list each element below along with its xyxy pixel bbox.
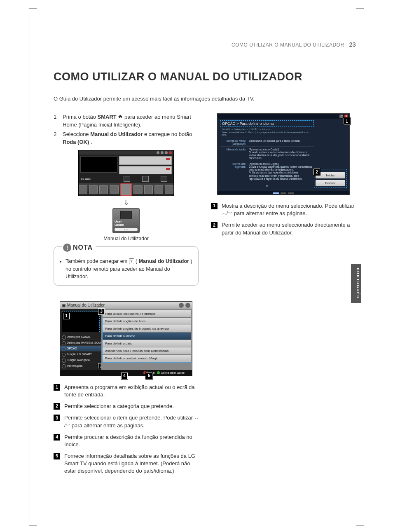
row-label: Idioma do Menu (Language) <box>220 138 247 147</box>
user-guide-tile: User Guide LG <box>112 208 140 233</box>
manual-gui-screenshot: ▣ Manual do Utilizador 1 Definições CANA… <box>60 301 192 376</box>
option-gui-screenshot: ↶ ✕ OPÇÃO > Para definir o idioma 1 SMAR… <box>217 113 350 195</box>
callout-item: 1 Apresenta o programa em exibição actua… <box>54 384 199 398</box>
note-item: Também pode carregar em ? ( Manual do Ut… <box>66 258 193 280</box>
note-box: ! NOTA Também pode carregar em ? ( Manua… <box>54 246 199 285</box>
step-number: 1 <box>54 113 63 129</box>
content-item: Para definir opções de hora <box>103 318 191 325</box>
user-guide-app-icon <box>120 183 132 196</box>
callout-item: 2 Permite aceder ao menu seleccionado di… <box>211 221 356 236</box>
sidebar-item: Definições IMAGEM, SOM <box>60 340 101 345</box>
callout-item: 5 Fornece informação detalhada sobre as … <box>54 452 199 475</box>
callout-text: Permite seleccionar o item que pretende.… <box>64 414 199 429</box>
right-callout-list: 1 Mostra a descrição do menu seleccionad… <box>211 202 356 237</box>
row-value: Selecciona um idioma para o texto do ecr… <box>247 138 314 147</box>
smart-label: SMART <box>98 114 117 120</box>
callout-text: Permite seleccionar a categoria que pret… <box>64 403 174 410</box>
two-column-layout: 1 Prima o botão SMART para aceder ao men… <box>54 113 356 479</box>
numbered-steps: 1 Prima o botão SMART para aceder ao men… <box>54 113 199 146</box>
crop-mark <box>356 8 364 16</box>
row-value: [Apenas no modo Digital] Quando estiver … <box>247 147 314 161</box>
lg-brand: LG <box>115 228 138 231</box>
tile-caption: Manual do Utilizador <box>54 236 199 241</box>
home-icon <box>118 114 123 119</box>
row-label: Idioma de áudio <box>220 147 247 161</box>
step-2: 2 Seleccione Manual do Utilizador e carr… <box>54 131 199 146</box>
callout-text: Fornece informação detalhada sobre as fu… <box>64 452 199 475</box>
callout-marker-2: 2 <box>313 169 320 175</box>
callout-number: 5 <box>54 453 60 459</box>
sidebar-item: Função Avançada <box>60 357 101 363</box>
page-title: COMO UTILIZAR O MANUAL DO UTILIZADOR <box>54 70 356 83</box>
close-icon <box>185 303 190 308</box>
row-value: [Apenas no modo Digital] Utilize a funçã… <box>247 161 314 182</box>
row-label: Idioma das legendas <box>220 161 247 182</box>
left-column: 1 Prima o botão SMART para aceder ao men… <box>54 113 199 479</box>
topbar-dot <box>157 151 159 154</box>
topbar-dot <box>161 151 164 154</box>
table-row: Idioma de áudio [Apenas no modo Digital]… <box>220 147 314 161</box>
back-icon: ↶ <box>339 115 343 118</box>
green-dot-icon <box>157 371 160 374</box>
note-title: NOTA <box>73 243 93 252</box>
app-store-label: LG apps <box>79 178 117 180</box>
callout-marker-1: 1 <box>344 118 350 124</box>
crop-mark <box>29 8 37 16</box>
option-gui-topbar: ↶ ✕ <box>218 114 349 119</box>
option-gui-title: OPÇÃO > Para definir o idioma 1 <box>220 120 314 127</box>
app-strip <box>79 183 173 196</box>
manual-gui-titlebar: ▣ Manual do Utilizador <box>60 302 192 309</box>
left-margin-rule <box>30 12 30 523</box>
option-gui-description: Selecciona o Idioma do Menu (Language) e… <box>220 131 314 138</box>
note-icon: ! <box>63 244 71 252</box>
promo-card <box>119 156 172 165</box>
sidebar-item: Função LG SMART <box>60 351 101 357</box>
page: COMO UTILIZAR O MANUAL DO UTILIZADOR 23 … <box>0 0 393 532</box>
running-header: COMO UTILIZAR O MANUAL DO UTILIZADOR 23 <box>54 41 356 48</box>
topbar-dot <box>165 151 168 154</box>
callout-marker-2: 2 <box>98 363 101 368</box>
option-gui-side-buttons: 2 Iniciar Fechar <box>314 169 347 188</box>
step-body: Prima o botão SMART para aceder ao menu … <box>63 113 199 129</box>
page-number: 23 <box>349 41 356 48</box>
crop-mark <box>29 518 37 526</box>
step-body: Seleccione Manual do Utilizador e carreg… <box>63 131 199 146</box>
callout-marker-4: 4 <box>121 373 128 379</box>
callout-number: 4 <box>54 434 60 441</box>
sidebar-item: Informações 2 <box>60 363 101 368</box>
option-gui-table: Idioma do Menu (Language) Selecciona um … <box>220 138 314 181</box>
manual-gui-preview: 1 <box>62 312 100 332</box>
pager <box>218 191 349 195</box>
right-column: ↶ ✕ OPÇÃO > Para definir o idioma 1 SMAR… <box>211 113 356 479</box>
content-item-selected: Para definir o idioma <box>103 333 191 340</box>
callout-number: 1 <box>54 384 60 391</box>
promo-card <box>119 166 172 175</box>
language-tab: PORTUGUÊS <box>351 264 361 303</box>
callout-item: 3 Permite seleccionar o item que pretend… <box>54 414 199 429</box>
callout-marker-5: 5 <box>146 373 152 379</box>
footer-online-button: Online User Guide <box>157 371 185 374</box>
chevron-down-icon: ⌄ <box>220 181 314 189</box>
callout-number: 3 <box>54 415 60 421</box>
callout-text: Permite aceder ao menu seleccionado dire… <box>222 221 356 236</box>
crop-mark <box>356 518 364 526</box>
callout-number: 2 <box>211 222 218 228</box>
running-header-text: COMO UTILIZAR O MANUAL DO UTILIZADOR <box>232 42 344 48</box>
close-button: Fechar <box>316 180 345 186</box>
back-icon <box>179 303 184 308</box>
callout-item: 4 Permite procurar a descrição da função… <box>54 434 199 448</box>
callout-item: 2 Permite seleccionar a categoria que pr… <box>54 403 199 410</box>
remote-help-button-icon: ? <box>129 258 134 264</box>
callout-marker-3: 3 <box>98 308 105 315</box>
manual-gui-content: 3 Para utilizar dispositivo de entrada P… <box>101 309 192 370</box>
callout-number: 2 <box>54 403 60 410</box>
user-guide-tile-icon <box>120 211 132 219</box>
intro-text: O Guia do Utilizador permite um acesso m… <box>54 96 356 102</box>
callout-text: Mostra a descrição do menu seleccionado.… <box>222 202 356 217</box>
option-gui-breadcrumb: SMART → Definições → OPÇÃO → Idioma <box>220 127 314 131</box>
sidebar-item-selected: OPÇÃO <box>60 345 101 351</box>
content-item: Assistência para Pessoas com Deficiência… <box>103 347 191 355</box>
content-item: Para definir o país <box>103 340 191 347</box>
live-preview <box>80 156 117 173</box>
step-1: 1 Prima o botão SMART para aceder ao men… <box>54 113 199 129</box>
